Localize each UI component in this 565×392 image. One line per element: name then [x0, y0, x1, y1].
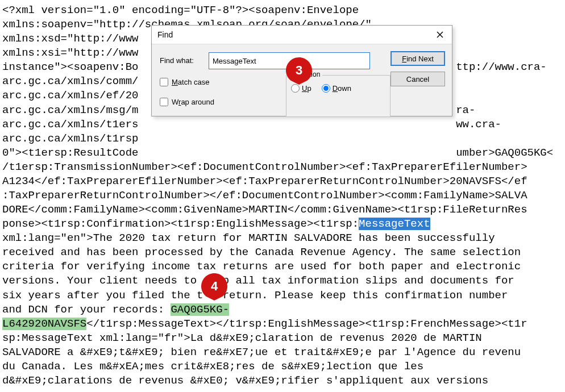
direction-label: Direction — [291, 70, 322, 80]
close-icon[interactable] — [428, 26, 452, 44]
find-what-input[interactable] — [209, 52, 370, 69]
direction-up[interactable]: Up — [291, 84, 311, 93]
match-case-input[interactable] — [160, 78, 168, 86]
direction-down[interactable]: Down — [322, 84, 351, 93]
cancel-button[interactable]: Cancel — [390, 72, 445, 86]
direction-up-label: Up — [302, 84, 311, 93]
wrap-around-label: Wrap around — [172, 97, 214, 107]
find-title: Find — [152, 30, 428, 40]
search-match-highlight: MessageText — [359, 218, 430, 230]
find-dialog: Find Find what: Match case Wrap around D… — [151, 25, 452, 116]
direction-down-label: Down — [333, 84, 351, 93]
direction-group: Direction Up Down — [286, 75, 390, 117]
find-body: Find what: Match case Wrap around Direct… — [152, 44, 452, 116]
wrap-around-input[interactable] — [160, 98, 168, 106]
xml-text-middle: xml:lang="en">The 2020 tax return for MA… — [2, 232, 521, 315]
find-titlebar[interactable]: Find — [152, 26, 452, 44]
find-next-button[interactable]: Find Next — [390, 51, 445, 66]
find-what-label: Find what: — [160, 56, 209, 65]
direction-down-radio[interactable] — [322, 84, 330, 93]
match-case-label: Match case — [172, 77, 210, 87]
direction-up-radio[interactable] — [291, 84, 300, 93]
